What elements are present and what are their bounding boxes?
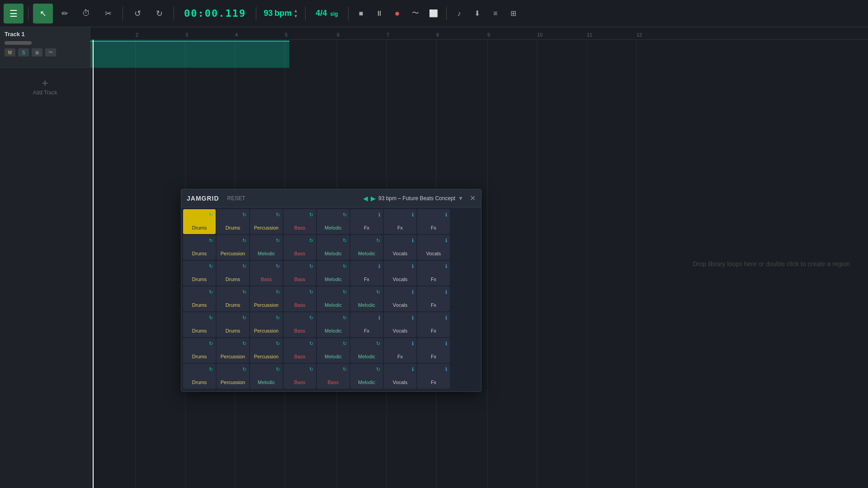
jamgrid-cell-3-6[interactable]: ℹVocals [384, 286, 416, 311]
jamgrid-close-button[interactable]: ✕ [470, 194, 476, 202]
jamgrid-next-button[interactable]: ▶ [371, 195, 376, 202]
cell-label-1-2: Melodic [258, 251, 275, 256]
jamgrid-cell-2-4[interactable]: ↻Melodic [317, 261, 349, 286]
undo-button[interactable]: ↺ [127, 4, 147, 23]
jamgrid-cell-6-1[interactable]: ↻Percussion [217, 364, 249, 389]
jamgrid-cell-1-1[interactable]: ↻Percussion [217, 235, 249, 260]
jamgrid-cell-1-5[interactable]: ↻Melodic [350, 235, 383, 260]
jamgrid-cell-3-7[interactable]: ℹFx [417, 286, 450, 311]
cell-icon-6-2: ↻ [276, 366, 280, 372]
redo-button[interactable]: ↻ [149, 4, 169, 23]
jamgrid-cell-5-7[interactable]: ℹFx [417, 338, 450, 363]
pause-button[interactable]: ⏸ [371, 5, 387, 22]
jamgrid-cell-5-4[interactable]: ↻Melodic [317, 338, 349, 363]
jamgrid-cell-6-6[interactable]: ℹVocals [384, 364, 416, 389]
scissors-tool-button[interactable]: ✂ [98, 4, 118, 23]
jamgrid-cell-2-6[interactable]: ℹVocals [384, 261, 416, 286]
loop-button[interactable]: ⬜ [425, 5, 442, 22]
jamgrid-cell-2-3[interactable]: ↻Bass [283, 261, 316, 286]
jamgrid-cell-4-4[interactable]: ↻Melodic [317, 312, 349, 337]
jamgrid-cell-2-7[interactable]: ℹFx [417, 261, 450, 286]
jamgrid-cell-3-2[interactable]: ↻Percussion [250, 286, 283, 311]
stop-button[interactable]: ■ [353, 5, 369, 22]
jamgrid-cell-5-1[interactable]: ↻Percussion [217, 338, 249, 363]
jamgrid-cell-5-2[interactable]: ↻Percussion [250, 338, 283, 363]
jamgrid-cell-1-2[interactable]: ↻Melodic [250, 235, 283, 260]
jamgrid-cell-1-6[interactable]: ℹVocals [384, 235, 416, 260]
track-wave-button[interactable]: 〜 [45, 48, 56, 56]
jamgrid-cell-5-3[interactable]: ↻Bass [283, 338, 316, 363]
jamgrid-cell-0-5[interactable]: ℹFx [350, 209, 383, 234]
jamgrid-cell-1-3[interactable]: ↻Bass [283, 235, 316, 260]
jamgrid-cell-5-6[interactable]: ℹFx [384, 338, 416, 363]
cursor-tool-button[interactable]: ↖ [33, 4, 53, 23]
mixer-button[interactable]: ≡ [487, 5, 504, 22]
track-grid-button[interactable]: ⊞ [32, 48, 42, 56]
jamgrid-cell-3-3[interactable]: ↻Bass [283, 286, 316, 311]
jamgrid-cell-6-5[interactable]: ↻Melodic [350, 364, 383, 389]
jamgrid-cell-0-1[interactable]: ↻Drums [217, 209, 249, 234]
pencil-tool-button[interactable]: ✏ [55, 4, 75, 23]
add-track-button[interactable]: + Add Track [0, 68, 90, 105]
bpm-display[interactable]: 93 bpm ▲ ▼ [264, 8, 298, 19]
jamgrid-cell-6-4[interactable]: ↻Bass [317, 364, 349, 389]
ruler-mark-12: 12 [637, 32, 642, 38]
menu-button[interactable]: ☰ [4, 4, 24, 23]
jamgrid-cell-0-7[interactable]: ℹFx [417, 209, 450, 234]
jamgrid-dropdown-button[interactable]: ▼ [458, 195, 463, 202]
jamgrid-cell-0-2[interactable]: ↻Percussion [250, 209, 283, 234]
jamgrid-cell-1-0[interactable]: ↻Drums [183, 235, 216, 260]
track-region[interactable] [90, 41, 289, 68]
track-content[interactable]: Drop library loops here or double click … [90, 40, 868, 488]
jamgrid-cell-6-3[interactable]: ↻Bass [283, 364, 316, 389]
jamgrid-cell-0-3[interactable]: ↻Bass [283, 209, 316, 234]
jamgrid-prev-button[interactable]: ◀ [363, 195, 368, 202]
jamgrid-cell-4-2[interactable]: ↻Percussion [250, 312, 283, 337]
jamgrid-cell-2-0[interactable]: ↻Drums [183, 261, 216, 286]
jamgrid-cell-4-5[interactable]: ℹFx [350, 312, 383, 337]
jamgrid-cell-4-7[interactable]: ℹFx [417, 312, 450, 337]
jamgrid-cell-2-2[interactable]: ↻Bass [250, 261, 283, 286]
jamgrid-cell-5-0[interactable]: ↻Drums [183, 338, 216, 363]
solo-button[interactable]: S [18, 48, 29, 56]
jamgrid-cell-4-6[interactable]: ℹVocals [384, 312, 416, 337]
mute-button[interactable]: M [5, 48, 15, 56]
jamgrid-cell-0-6[interactable]: ℹFx [384, 209, 416, 234]
import-button[interactable]: ⬇ [469, 5, 486, 22]
jamgrid-cell-1-4[interactable]: ↻Melodic [317, 235, 349, 260]
jamgrid-cell-6-7[interactable]: ℹFx [417, 364, 450, 389]
browse-button[interactable]: ♪ [451, 5, 467, 22]
jamgrid-cell-0-0[interactable]: ↻Drums [183, 209, 216, 234]
bpm-arrows[interactable]: ▲ ▼ [293, 8, 298, 19]
jamgrid-cell-5-5[interactable]: ↻Melodic [350, 338, 383, 363]
grid-button[interactable]: ⊞ [505, 5, 522, 22]
jamgrid-cell-3-4[interactable]: ↻Melodic [317, 286, 349, 311]
jamgrid-cell-4-0[interactable]: ↻Drums [183, 312, 216, 337]
ruler-mark-6: 6 [337, 32, 340, 38]
jamgrid-cell-6-2[interactable]: ↻Melodic [250, 364, 283, 389]
jamgrid-cell-4-1[interactable]: ↻Drums [217, 312, 249, 337]
jamgrid-cell-3-0[interactable]: ↻Drums [183, 286, 216, 311]
jamgrid-cell-3-5[interactable]: ↻Melodic [350, 286, 383, 311]
track-1-fader[interactable] [5, 41, 32, 45]
main-area: Track 1 M S ⊞ 〜 + Add Track 2 3 4 5 6 7 … [0, 27, 868, 488]
jamgrid-cell-6-0[interactable]: ↻Drums [183, 364, 216, 389]
jamgrid-reset-button[interactable]: RESET [225, 194, 248, 202]
cell-icon-4-3: ↻ [309, 315, 313, 321]
jamgrid-cell-2-5[interactable]: ℹFx [350, 261, 383, 286]
timecode-display: 00:00.119 [184, 8, 246, 19]
jamgrid-cell-2-1[interactable]: ↻Drums [217, 261, 249, 286]
jamgrid-cell-1-7[interactable]: ℹVocals [417, 235, 450, 260]
clock-tool-button[interactable]: ⏱ [76, 4, 96, 23]
cell-label-5-2: Percussion [254, 354, 278, 359]
time-signature-display[interactable]: 4/4 sig [316, 9, 338, 18]
cell-icon-1-4: ↻ [343, 238, 347, 244]
jamgrid-cell-3-1[interactable]: ↻Drums [217, 286, 249, 311]
bpm-down-arrow[interactable]: ▼ [293, 14, 298, 19]
record-button[interactable]: ● [389, 5, 406, 22]
bpm-up-arrow[interactable]: ▲ [293, 8, 298, 13]
jamgrid-cell-4-3[interactable]: ↻Bass [283, 312, 316, 337]
waveform-button[interactable]: 〜 [407, 5, 424, 22]
jamgrid-cell-0-4[interactable]: ↻Melodic [317, 209, 349, 234]
cell-icon-0-2: ↻ [276, 212, 280, 218]
